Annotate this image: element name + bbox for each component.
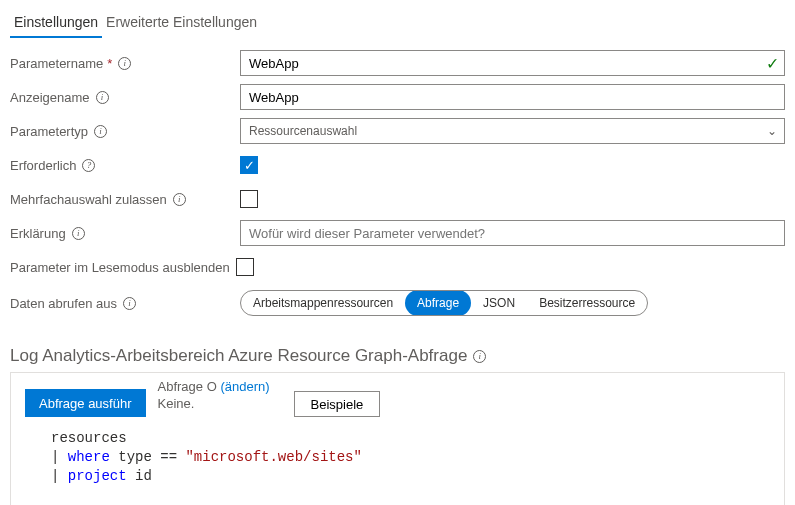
code-string: "microsoft.web/sites" (185, 449, 361, 465)
code-token: resources (51, 430, 127, 446)
multiselect-checkbox[interactable] (240, 190, 258, 208)
explanation-input[interactable] (240, 220, 785, 246)
info-icon[interactable]: i (72, 227, 85, 240)
tab-settings[interactable]: Einstellungen (10, 14, 102, 38)
display-name-input[interactable] (240, 84, 785, 110)
code-keyword: project (68, 468, 127, 484)
label-text: Erforderlich (10, 158, 76, 173)
query-meta-line1: Abfrage O (158, 379, 217, 394)
section-title: Log Analytics-Arbeitsbereich Azure Resou… (0, 328, 795, 372)
tab-advanced-settings[interactable]: Erweiterte Einstellungen (102, 14, 261, 38)
checkmark-icon: ✓ (766, 54, 779, 73)
code-token: | (51, 468, 68, 484)
chevron-down-icon: ⌄ (767, 124, 777, 138)
query-meta-line2: Keine. (158, 396, 270, 411)
label-explanation: Erklärung i (10, 226, 240, 241)
label-text: Daten abrufen aus (10, 296, 117, 311)
label-text: Mehrfachauswahl zulassen (10, 192, 167, 207)
label-text: Erklärung (10, 226, 66, 241)
pill-workbook-resources[interactable]: Arbeitsmappenressourcen (241, 290, 405, 316)
query-meta: Abfrage O (ändern) Keine. (158, 379, 270, 411)
change-link[interactable]: (ändern) (220, 379, 269, 394)
info-icon[interactable]: i (94, 125, 107, 138)
required-asterisk: * (107, 56, 112, 71)
label-data-from: Daten abrufen aus i (10, 296, 240, 311)
section-title-text: Log Analytics-Arbeitsbereich Azure Resou… (10, 346, 467, 366)
pill-json[interactable]: JSON (471, 290, 527, 316)
examples-button[interactable]: Beispiele (294, 391, 381, 417)
run-query-button[interactable]: Abfrage ausführ (25, 389, 146, 417)
label-multiselect: Mehrfachauswahl zulassen i (10, 192, 240, 207)
info-icon[interactable]: i (123, 297, 136, 310)
pill-query[interactable]: Abfrage (405, 290, 471, 316)
required-checkbox[interactable]: ✓ (240, 156, 258, 174)
label-text: Parametertyp (10, 124, 88, 139)
code-token: type == (110, 449, 186, 465)
label-parameter-name: Parametername * i (10, 56, 240, 71)
label-text: Anzeigename (10, 90, 90, 105)
code-keyword: where (68, 449, 110, 465)
label-hide-readmode: Parameter im Lesemodus ausblenden (10, 258, 255, 276)
info-icon[interactable]: i (118, 57, 131, 70)
data-source-pillgroup: Arbeitsmappenressourcen Abfrage JSON Bes… (240, 290, 648, 316)
label-text: Parametername (10, 56, 103, 71)
info-icon[interactable]: i (96, 91, 109, 104)
code-token: id (127, 468, 152, 484)
info-icon[interactable]: i (473, 350, 486, 363)
parameter-name-input[interactable] (240, 50, 785, 76)
label-display-name: Anzeigename i (10, 90, 240, 105)
info-icon[interactable]: i (173, 193, 186, 206)
label-parameter-type: Parametertyp i (10, 124, 240, 139)
parameter-type-value[interactable] (240, 118, 785, 144)
label-text: Parameter im Lesemodus ausblenden (10, 260, 230, 275)
label-required: Erforderlich ? (10, 158, 240, 173)
pill-owner-resource[interactable]: Besitzerressource (527, 290, 647, 316)
query-panel: Abfrage ausführ Abfrage O (ändern) Keine… (10, 372, 785, 505)
hide-readmode-checkbox[interactable] (236, 258, 254, 276)
info-icon[interactable]: ? (82, 159, 95, 172)
query-editor[interactable]: resources | where type == "microsoft.web… (11, 427, 784, 488)
parameter-type-select[interactable]: ⌄ (240, 118, 785, 144)
code-token: | (51, 449, 68, 465)
